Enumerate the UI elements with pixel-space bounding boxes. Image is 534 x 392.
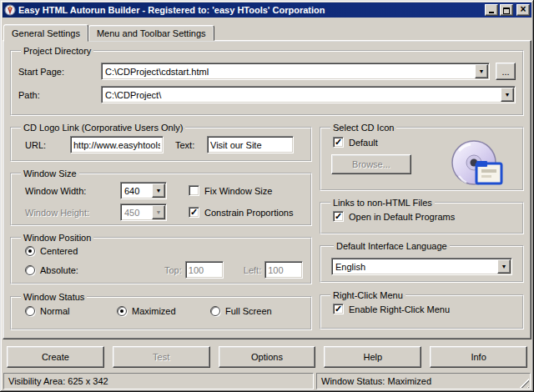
absolute-option[interactable]: Absolute: bbox=[18, 265, 102, 275]
window-width-label: Window Width: bbox=[18, 186, 120, 196]
open-default-programs-label: Open in Default Programs bbox=[349, 212, 455, 222]
absolute-radio[interactable] bbox=[25, 265, 35, 275]
status-normal-label: Normal bbox=[40, 306, 69, 316]
radio-dot-icon bbox=[120, 309, 123, 313]
centered-option[interactable]: Centered bbox=[18, 246, 78, 256]
status-window-status: Window Status: Maximized bbox=[316, 373, 531, 389]
title-bar: Easy HTML Autorun Builder - Registered t… bbox=[3, 3, 531, 18]
help-button[interactable]: Help bbox=[324, 346, 421, 368]
group-window-size: Window Size Window Width: 640 ▼ ✓ Fix Wi… bbox=[10, 168, 312, 226]
top-input bbox=[185, 261, 224, 279]
group-title: Default Interface Language bbox=[334, 241, 450, 251]
group-select-cd-icon: Select CD Icon ✓ Default Browse... bbox=[320, 123, 524, 191]
group-title: Window Position bbox=[21, 233, 93, 243]
info-button[interactable]: Info bbox=[430, 346, 527, 368]
status-fullscreen-label: Full Screen bbox=[225, 306, 272, 316]
browse-start-page-button[interactable]: ... bbox=[496, 63, 516, 80]
maximize-button[interactable] bbox=[500, 4, 513, 16]
window-width-combobox[interactable]: 640 ▼ bbox=[120, 182, 167, 199]
enable-right-click-checkbox[interactable]: ✓ bbox=[333, 304, 344, 314]
dropdown-arrow-icon[interactable]: ▼ bbox=[497, 259, 511, 274]
status-bar: Visibility Area: 625 x 342 Window Status… bbox=[3, 373, 531, 389]
open-default-programs-option[interactable]: ✓ Open in Default Programs bbox=[328, 211, 516, 222]
action-button-row: Create Test Options Help Info bbox=[7, 346, 527, 368]
language-value: English bbox=[332, 262, 496, 272]
create-button[interactable]: Create bbox=[7, 346, 104, 368]
resize-grip[interactable] bbox=[519, 378, 529, 388]
text-label: Text: bbox=[175, 140, 207, 150]
status-maximized-option[interactable]: Maximized bbox=[117, 306, 210, 316]
close-button[interactable]: × bbox=[516, 4, 530, 16]
check-icon: ✓ bbox=[335, 138, 342, 147]
radio-dot-icon bbox=[28, 249, 32, 253]
cd-icon bbox=[451, 139, 506, 191]
open-default-programs-checkbox[interactable]: ✓ bbox=[333, 211, 344, 222]
start-page-value: C:\CDProject\cdstart.html bbox=[102, 67, 474, 77]
tab-page-general: Project Directory Start Page: C:\CDProje… bbox=[3, 40, 531, 339]
dropdown-arrow-icon[interactable]: ▼ bbox=[501, 88, 514, 102]
constrain-proportions-option[interactable]: ✓ Constrain Proportions bbox=[189, 207, 293, 218]
group-default-language: Default Interface Language English ▼ bbox=[320, 241, 524, 283]
app-icon bbox=[4, 4, 16, 16]
status-window-status-text: Window Status: Maximized bbox=[321, 376, 431, 386]
minimize-button[interactable] bbox=[485, 4, 498, 16]
close-icon: × bbox=[517, 4, 529, 15]
enable-right-click-option[interactable]: ✓ Enable Right-Click Menu bbox=[328, 304, 516, 314]
fix-window-size-label: Fix Window Size bbox=[204, 186, 272, 196]
check-icon: ✓ bbox=[335, 212, 342, 221]
status-normal-option[interactable]: Normal bbox=[18, 306, 117, 316]
link-text-input[interactable] bbox=[207, 136, 294, 153]
top-label: Top: bbox=[164, 265, 182, 275]
status-fullscreen-radio[interactable] bbox=[210, 306, 220, 316]
centered-radio[interactable] bbox=[25, 246, 35, 256]
group-window-status: Window Status Normal Maximized Full S bbox=[10, 292, 312, 330]
constrain-proportions-checkbox[interactable]: ✓ bbox=[189, 207, 199, 218]
fix-window-size-checkbox[interactable]: ✓ bbox=[189, 185, 199, 196]
group-title: Window Size bbox=[21, 168, 79, 178]
group-title: Select CD Icon bbox=[330, 123, 396, 133]
start-page-combobox[interactable]: C:\CDProject\cdstart.html ▼ bbox=[101, 63, 490, 80]
status-fullscreen-option[interactable]: Full Screen bbox=[210, 306, 272, 316]
url-label: URL: bbox=[18, 140, 70, 150]
group-cd-logo-link: CD Logo Link (Corporative Users Only) UR… bbox=[10, 123, 312, 162]
default-label: Default bbox=[349, 138, 378, 148]
dropdown-arrow-icon[interactable]: ▼ bbox=[152, 183, 165, 198]
check-icon: ✓ bbox=[335, 304, 342, 314]
status-normal-radio[interactable] bbox=[25, 306, 35, 316]
group-links-non-html: Links to non-HTML Files ✓ Open in Defaul… bbox=[320, 198, 524, 234]
group-title: Right-Click Menu bbox=[330, 290, 406, 300]
left-input bbox=[264, 261, 303, 279]
status-maximized-label: Maximized bbox=[132, 306, 176, 316]
browse-button: Browse... bbox=[331, 154, 411, 174]
app-window: Easy HTML Autorun Builder - Registered t… bbox=[0, 0, 534, 392]
path-value: C:\CDProject\ bbox=[102, 90, 500, 100]
path-combobox[interactable]: C:\CDProject\ ▼ bbox=[101, 86, 516, 103]
url-input[interactable] bbox=[70, 136, 164, 153]
enable-right-click-label: Enable Right-Click Menu bbox=[349, 304, 450, 314]
window-title: Easy HTML Autorun Builder - Registered t… bbox=[18, 5, 483, 15]
tab-general-settings[interactable]: General Settings bbox=[3, 24, 88, 42]
centered-label: Centered bbox=[40, 246, 78, 256]
default-checkbox[interactable]: ✓ bbox=[333, 137, 344, 148]
path-label: Path: bbox=[18, 90, 101, 100]
start-page-label: Start Page: bbox=[18, 67, 101, 77]
check-icon: ✓ bbox=[190, 208, 198, 217]
constrain-proportions-label: Constrain Proportions bbox=[204, 208, 293, 218]
options-button[interactable]: Options bbox=[219, 346, 316, 368]
group-window-position: Window Position Centered Absolute: Top: bbox=[10, 233, 312, 284]
left-label: Left: bbox=[244, 265, 261, 275]
status-visibility-area: Visibility Area: 625 x 342 bbox=[3, 373, 314, 389]
tab-menu-toolbar-settings[interactable]: Menu and Toolbar Settings bbox=[88, 25, 214, 41]
dropdown-arrow-icon[interactable]: ▼ bbox=[475, 64, 488, 78]
maximize-icon bbox=[503, 8, 510, 14]
group-title: Links to non-HTML Files bbox=[330, 198, 435, 208]
absolute-label: Absolute: bbox=[40, 265, 78, 275]
window-width-value: 640 bbox=[121, 186, 151, 196]
minimize-icon bbox=[489, 12, 494, 13]
status-maximized-radio[interactable] bbox=[117, 306, 127, 316]
group-right-click-menu: Right-Click Menu ✓ Enable Right-Click Me… bbox=[320, 290, 524, 329]
window-height-value: 450 bbox=[121, 208, 151, 218]
language-combobox[interactable]: English ▼ bbox=[331, 258, 512, 275]
fix-window-size-option[interactable]: ✓ Fix Window Size bbox=[189, 185, 272, 196]
group-project-directory: Project Directory Start Page: C:\CDProje… bbox=[10, 46, 524, 116]
